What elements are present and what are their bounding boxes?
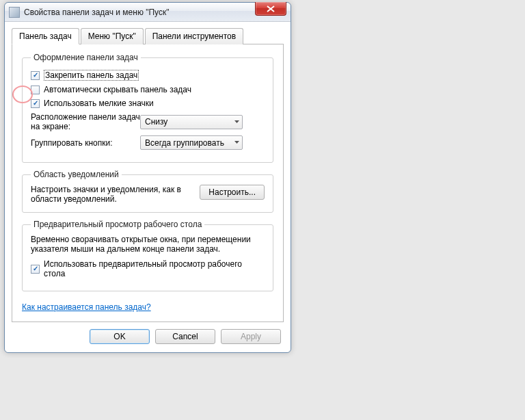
cancel-button[interactable]: Cancel [155, 329, 215, 344]
chevron-down-icon [234, 140, 239, 145]
customize-button-label: Настроить... [208, 187, 256, 197]
tab-toolbars[interactable]: Панели инструментов [145, 28, 243, 44]
checkbox-desktop-preview-label[interactable]: Использовать предварительный просмотр ра… [44, 259, 265, 278]
checkbox-desktop-preview[interactable] [31, 265, 40, 274]
dropdown-group-buttons-value: Всегда группировать [145, 138, 224, 148]
dropdown-group-buttons[interactable]: Всегда группировать [140, 135, 243, 150]
checkbox-lock-taskbar[interactable] [31, 71, 40, 80]
tab-taskbar-label: Панель задач [19, 31, 72, 41]
tab-taskbar[interactable]: Панель задач [12, 28, 79, 44]
customize-button[interactable]: Настроить... [200, 185, 265, 200]
dropdown-taskbar-location-value: Снизу [145, 117, 167, 127]
group-desktop-preview: Предварительный просмотр рабочего стола … [22, 220, 273, 291]
checkbox-small-icons-label[interactable]: Использовать мелкие значки [44, 99, 154, 108]
desktop-preview-text: Временно сворачивать открытые окна, при … [31, 235, 265, 254]
tab-start-menu-label: Меню "Пуск" [88, 31, 136, 41]
tab-start-menu[interactable]: Меню "Пуск" [81, 28, 144, 44]
group-notification-area-legend: Область уведомлений [31, 170, 122, 179]
group-taskbar-appearance: Оформление панели задач Закрепить панель… [22, 53, 273, 163]
tab-strip: Панель задач Меню "Пуск" Панели инструме… [12, 27, 284, 44]
taskbar-properties-window: Свойства панели задач и меню "Пуск" Пане… [4, 2, 291, 353]
close-button[interactable] [255, 2, 286, 16]
tab-toolbars-label: Панели инструментов [152, 31, 236, 41]
label-group-buttons: Группировать кнопки: [31, 138, 140, 148]
notification-area-text: Настроить значки и уведомления, как в об… [31, 185, 191, 204]
apply-button-label: Apply [241, 332, 261, 341]
ok-button[interactable]: OK [90, 329, 150, 344]
dropdown-taskbar-location[interactable]: Снизу [140, 115, 243, 129]
close-icon [267, 5, 275, 12]
checkbox-autohide-taskbar[interactable] [31, 86, 40, 94]
app-icon [9, 7, 20, 18]
tab-page-taskbar: Оформление панели задач Закрепить панель… [12, 44, 284, 322]
group-notification-area: Область уведомлений Настроить значки и у… [22, 170, 273, 213]
cancel-button-label: Cancel [172, 332, 198, 341]
checkbox-lock-taskbar-label[interactable]: Закрепить панель задач [44, 70, 139, 81]
dialog-buttons: OK Cancel Apply [12, 322, 284, 345]
ok-button-label: OK [113, 332, 125, 341]
help-link-taskbar[interactable]: Как настраивается панель задач? [22, 302, 151, 312]
help-link-taskbar-label: Как настраивается панель задач? [22, 302, 151, 312]
label-taskbar-location: Расположение панели задач на экране: [31, 112, 140, 131]
titlebar[interactable]: Свойства панели задач и меню "Пуск" [5, 3, 291, 22]
chevron-down-icon [234, 120, 239, 124]
group-taskbar-appearance-legend: Оформление панели задач [31, 53, 141, 62]
client-area: Панель задач Меню "Пуск" Панели инструме… [5, 22, 291, 352]
checkbox-autohide-taskbar-label[interactable]: Автоматически скрывать панель задач [44, 85, 191, 94]
apply-button[interactable]: Apply [221, 329, 281, 344]
group-desktop-preview-legend: Предварительный просмотр рабочего стола [31, 220, 204, 229]
checkbox-small-icons[interactable] [31, 99, 40, 108]
window-title: Свойства панели задач и меню "Пуск" [24, 8, 170, 17]
